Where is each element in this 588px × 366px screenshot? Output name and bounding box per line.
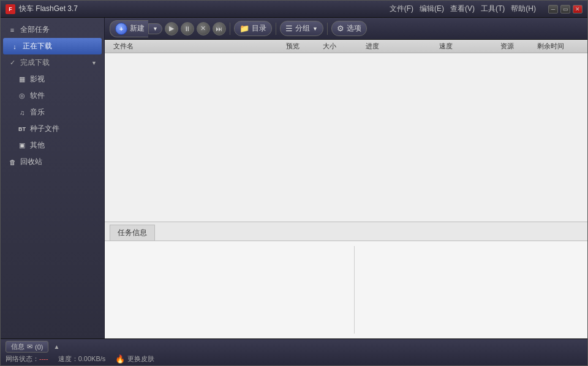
separator-3 xyxy=(327,23,328,35)
all-tasks-icon: ≡ xyxy=(8,26,17,34)
dropdown-arrow-icon: ▼ xyxy=(91,60,97,66)
sidebar-item-recycle[interactable]: 🗑 回收站 xyxy=(1,154,104,170)
options-button[interactable]: ⚙ 选项 xyxy=(331,21,367,36)
directory-button[interactable]: 📁 目录 xyxy=(234,21,272,36)
sidebar-item-software[interactable]: ◎ 软件 xyxy=(1,88,104,104)
new-dropdown-arrow[interactable]: ▼ xyxy=(148,23,162,34)
maximize-button[interactable]: ▭ xyxy=(560,5,570,13)
sidebar-item-music[interactable]: ♫ 音乐 xyxy=(1,104,104,121)
downloading-icon: ↓ xyxy=(10,42,19,51)
task-info-content xyxy=(105,241,587,338)
sidebar-item-video[interactable]: ▦ 影视 xyxy=(1,71,104,88)
separator-2 xyxy=(276,23,276,35)
col-filename[interactable]: 文件名 xyxy=(110,42,282,51)
main-content: ≡ 全部任务 ↓ 正在下载 ✓ 完成下载 ▼ ▦ 影视 ◎ xyxy=(1,18,587,338)
col-speed[interactable]: 速度 xyxy=(435,42,497,51)
task-info-tab[interactable]: 任务信息 xyxy=(110,225,155,241)
new-icon: + xyxy=(115,23,127,35)
sidebar: ≡ 全部任务 ↓ 正在下载 ✓ 完成下载 ▼ ▦ 影视 ◎ xyxy=(1,18,105,338)
group-icon: ☰ xyxy=(285,24,293,33)
options-icon: ⚙ xyxy=(337,24,344,33)
new-button-label: 新建 xyxy=(130,23,145,34)
play-button[interactable]: ▶ xyxy=(165,22,178,35)
info-label: 信息 xyxy=(11,342,24,351)
minimize-button[interactable]: ─ xyxy=(548,5,558,13)
menu-help[interactable]: 帮助(H) xyxy=(508,2,538,15)
col-size[interactable]: 大小 xyxy=(319,42,362,51)
sidebar-item-all-tasks[interactable]: ≡ 全部任务 xyxy=(1,21,104,38)
mail-icon: ✉ xyxy=(27,343,32,351)
app-icon: F xyxy=(6,4,15,14)
torrent-icon: BT xyxy=(18,125,26,133)
sidebar-item-downloading[interactable]: ↓ 正在下载 xyxy=(3,38,102,54)
speed-status: 速度：0.00KB/s xyxy=(58,354,106,364)
main-window: F 快车 FlashGet 3.7 文件(F) 编辑(E) 查看(V) 工具(T… xyxy=(0,0,588,366)
menu-file[interactable]: 文件(F) xyxy=(387,2,416,15)
new-button-group: + 新建 ▼ xyxy=(110,20,162,37)
new-button[interactable]: + 新建 xyxy=(110,20,148,37)
skin-button[interactable]: 🔥 更换皮肤 xyxy=(115,354,154,364)
task-info-right xyxy=(355,241,587,338)
expand-button[interactable]: ▲ xyxy=(53,343,59,350)
statusbar-bottom: 网络状态：---- 速度：0.00KB/s 🔥 更换皮肤 xyxy=(6,354,582,364)
column-headers: 文件名 预览 大小 进度 速度 资源 剩余时间 xyxy=(105,40,587,53)
music-icon: ♫ xyxy=(18,108,26,117)
statusbar-top: 信息 ✉ (0) ▲ xyxy=(6,341,582,353)
stop-button[interactable]: ✕ xyxy=(197,22,210,35)
right-panel: + 新建 ▼ ▶ ⏸ ✕ ⏭ 📁 目录 xyxy=(105,18,587,338)
task-info-panel: 任务信息 xyxy=(105,222,587,338)
sidebar-item-label: 其他 xyxy=(30,140,45,151)
menu-view[interactable]: 查看(V) xyxy=(448,2,477,15)
recycle-icon: 🗑 xyxy=(8,158,17,166)
toolbar: + 新建 ▼ ▶ ⏸ ✕ ⏭ 📁 目录 xyxy=(105,18,587,40)
col-progress[interactable]: 进度 xyxy=(362,42,435,51)
menu-bar: 文件(F) 编辑(E) 查看(V) 工具(T) 帮助(H) xyxy=(387,2,538,15)
network-value: ---- xyxy=(39,355,48,362)
directory-icon: 📁 xyxy=(239,24,249,33)
network-label: 网络状态： xyxy=(6,355,39,362)
sidebar-item-label: 种子文件 xyxy=(30,124,59,134)
window-title: 快车 FlashGet 3.7 xyxy=(19,4,387,14)
col-preview[interactable]: 预览 xyxy=(282,42,319,51)
menu-tools[interactable]: 工具(T) xyxy=(478,2,507,15)
sidebar-item-label: 影视 xyxy=(30,74,45,84)
network-status-label: 网络状态：---- xyxy=(6,354,48,364)
sidebar-item-label: 回收站 xyxy=(20,157,42,167)
close-button[interactable]: ✕ xyxy=(573,5,582,13)
sidebar-item-torrent[interactable]: BT 种子文件 xyxy=(1,121,104,137)
group-button[interactable]: ☰ 分组 ▼ xyxy=(280,21,323,36)
titlebar: F 快车 FlashGet 3.7 文件(F) 编辑(E) 查看(V) 工具(T… xyxy=(1,1,587,18)
col-remaining[interactable]: 剩余时间 xyxy=(533,42,582,51)
completed-icon: ✓ xyxy=(8,59,17,67)
window-controls: ─ ▭ ✕ xyxy=(548,5,582,13)
group-dropdown-arrow: ▼ xyxy=(312,26,318,32)
sidebar-item-label: 正在下载 xyxy=(23,41,52,51)
skip-button[interactable]: ⏭ xyxy=(213,22,226,35)
file-list xyxy=(105,53,587,222)
other-icon: ▣ xyxy=(18,141,26,150)
sidebar-item-completed[interactable]: ✓ 完成下载 ▼ xyxy=(1,54,104,71)
menu-edit[interactable]: 编辑(E) xyxy=(417,2,447,15)
skin-icon: 🔥 xyxy=(115,354,125,364)
group-label: 分组 xyxy=(295,23,310,34)
info-badge[interactable]: 信息 ✉ (0) xyxy=(6,341,48,353)
video-icon: ▦ xyxy=(18,75,26,84)
directory-label: 目录 xyxy=(252,23,266,34)
mail-count: (0) xyxy=(35,343,43,351)
separator-1 xyxy=(230,23,230,35)
pause-button[interactable]: ⏸ xyxy=(181,22,194,35)
sidebar-item-label: 全部任务 xyxy=(20,24,50,35)
task-info-left xyxy=(105,241,354,338)
software-icon: ◎ xyxy=(18,92,26,100)
sidebar-item-label: 软件 xyxy=(30,91,45,101)
statusbar: 信息 ✉ (0) ▲ 网络状态：---- 速度：0.00KB/s 🔥 更换皮肤 xyxy=(1,338,587,365)
sidebar-item-label: 完成下载 xyxy=(20,58,50,68)
skin-label: 更换皮肤 xyxy=(127,354,154,364)
col-source[interactable]: 资源 xyxy=(497,42,533,51)
sidebar-item-other[interactable]: ▣ 其他 xyxy=(1,137,104,154)
options-label: 选项 xyxy=(347,23,361,34)
sidebar-item-label: 音乐 xyxy=(30,107,45,118)
